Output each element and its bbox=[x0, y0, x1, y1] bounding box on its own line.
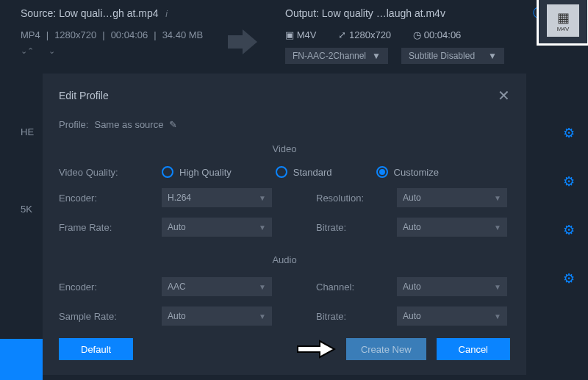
samplerate-label: Sample Rate: bbox=[59, 311, 162, 322]
create-new-button[interactable]: Create New bbox=[346, 338, 426, 360]
video-bitrate-label: Bitrate: bbox=[316, 222, 397, 233]
source-label: Source: Low quali…gh at.mp4 bbox=[21, 7, 159, 19]
duration-badge: ◷ 00:04:06 bbox=[413, 29, 461, 40]
edit-profile-modal: Edit Profile ✕ Profile: Same as source ✎… bbox=[43, 74, 526, 375]
format-badge: ▣ M4V bbox=[285, 29, 316, 40]
audio-encoder-select[interactable]: FN-AAC-2Channel▼ bbox=[285, 48, 388, 64]
modal-title: Edit Profile bbox=[59, 90, 109, 101]
resolution-badge: ⤢ 1280x720 bbox=[338, 29, 391, 40]
gear-icon[interactable]: ⚙ bbox=[563, 125, 575, 141]
channel-label: Channel: bbox=[316, 282, 397, 293]
convert-arrow-icon bbox=[228, 29, 257, 54]
expand-icon[interactable]: ⌄ bbox=[49, 46, 55, 56]
convert-button-edge[interactable] bbox=[0, 339, 43, 380]
video-quality-label: Video Quality: bbox=[59, 167, 162, 178]
video-bitrate-select[interactable]: Auto▼ bbox=[397, 218, 507, 237]
gear-icon[interactable]: ⚙ bbox=[563, 173, 575, 190]
samplerate-select[interactable]: Auto▼ bbox=[162, 306, 272, 326]
output-label: Output: Low quality …laugh at.m4v bbox=[285, 7, 445, 19]
audio-encoder-label: Encoder: bbox=[59, 282, 162, 293]
info-icon[interactable]: i bbox=[165, 9, 168, 19]
audio-bitrate-label: Bitrate: bbox=[316, 311, 397, 322]
edit-icon[interactable]: ✎ bbox=[169, 119, 177, 130]
resolution-label: Resolution: bbox=[316, 193, 397, 204]
audio-encoder-select[interactable]: AAC▼ bbox=[162, 277, 272, 296]
channel-select[interactable]: Auto▼ bbox=[397, 277, 507, 296]
output-format-thumbnail[interactable]: ▦M4V bbox=[537, 0, 588, 46]
video-encoder-select[interactable]: H.264▼ bbox=[162, 188, 272, 207]
default-button[interactable]: Default bbox=[59, 338, 133, 360]
resolution-select[interactable]: Auto▼ bbox=[397, 188, 507, 207]
radio-high-quality[interactable]: High Quality bbox=[162, 166, 232, 178]
video-section-title: Video bbox=[59, 143, 510, 154]
framerate-select[interactable]: Auto▼ bbox=[162, 218, 272, 237]
audio-section-title: Audio bbox=[59, 254, 510, 265]
collapse-icon[interactable]: ⌄⌃ bbox=[21, 46, 34, 56]
preset-item[interactable]: HE bbox=[21, 126, 34, 137]
subtitle-select[interactable]: Subtitle Disabled▼ bbox=[401, 48, 504, 64]
preset-item[interactable]: 5K bbox=[21, 204, 34, 215]
cancel-button[interactable]: Cancel bbox=[437, 338, 510, 360]
profile-value: Same as source bbox=[94, 119, 163, 130]
gear-icon[interactable]: ⚙ bbox=[563, 270, 575, 287]
radio-customize[interactable]: Customize bbox=[376, 166, 439, 178]
audio-bitrate-select[interactable]: Auto▼ bbox=[397, 306, 507, 326]
radio-standard[interactable]: Standard bbox=[276, 166, 332, 178]
gear-icon[interactable]: ⚙ bbox=[563, 222, 575, 238]
close-icon[interactable]: ✕ bbox=[498, 87, 510, 104]
video-encoder-label: Encoder: bbox=[59, 193, 162, 204]
profile-label: Profile: bbox=[59, 119, 88, 130]
pointer-arrow-icon bbox=[296, 340, 336, 359]
framerate-label: Frame Rate: bbox=[59, 222, 162, 233]
